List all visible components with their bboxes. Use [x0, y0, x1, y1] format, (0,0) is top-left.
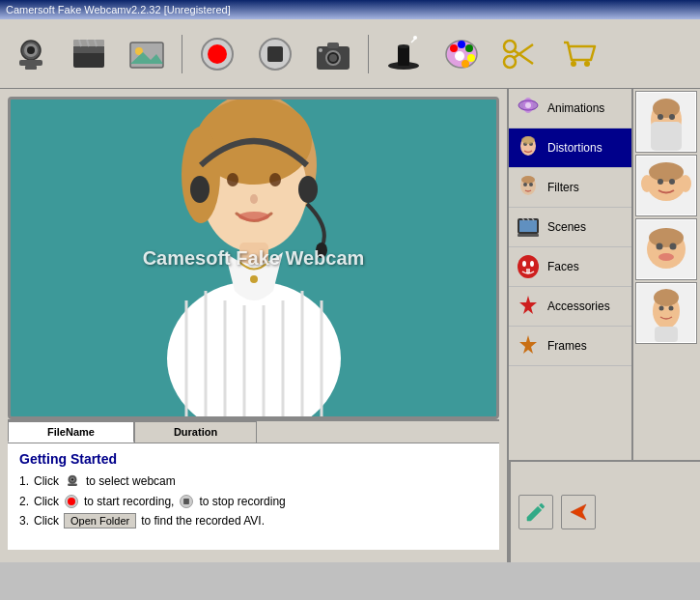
svg-rect-92 [526, 269, 530, 273]
svg-point-47 [250, 194, 258, 204]
svg-point-117 [659, 306, 664, 311]
effect-item-animations[interactable]: Animations [509, 89, 631, 129]
effect-item-scenes[interactable]: Scenes [509, 208, 631, 247]
scissors-btn[interactable] [494, 29, 545, 79]
webcam-btn[interactable] [6, 29, 56, 79]
effect-item-frames[interactable]: Frames [509, 327, 631, 366]
open-folder-btn[interactable]: Open Folder [64, 513, 136, 529]
svg-point-106 [658, 179, 663, 185]
svg-point-44 [182, 127, 220, 223]
svg-rect-3 [19, 60, 42, 66]
image-btn[interactable] [122, 29, 172, 79]
stop-mini-icon [179, 494, 194, 509]
effect-item-filters[interactable]: Filters [509, 168, 631, 208]
video-btn[interactable] [64, 29, 114, 79]
svg-point-46 [269, 173, 281, 186]
svg-point-107 [669, 179, 675, 185]
step3-text: to find the recorded AVI. [141, 514, 265, 528]
svg-point-48 [238, 212, 269, 221]
scenes-icon [515, 214, 542, 241]
step3-number: 3. [19, 514, 29, 528]
thumbnails-panel [632, 89, 700, 460]
svg-point-68 [68, 498, 75, 505]
step2-text2: to stop recording [199, 495, 285, 508]
snapshot-btn[interactable] [308, 29, 358, 79]
effects-list: Animations Distortions [509, 89, 632, 460]
svg-rect-119 [655, 327, 678, 342]
svg-rect-4 [25, 66, 37, 70]
svg-point-110 [649, 228, 684, 247]
filters-label: Filters [547, 181, 579, 194]
svg-marker-94 [519, 335, 537, 354]
step2-click: Click [34, 495, 59, 508]
svg-point-111 [657, 243, 663, 250]
svg-rect-11 [130, 43, 163, 68]
svg-point-89 [518, 255, 539, 278]
cart-btn[interactable] [552, 29, 602, 79]
record-btn[interactable] [192, 29, 242, 79]
thumbnail-4[interactable] [635, 282, 697, 344]
svg-point-59 [190, 176, 210, 203]
svg-point-32 [467, 54, 475, 62]
step1-text: to select webcam [86, 474, 176, 488]
step-3: 3. Click Open Folder to find the recorde… [19, 513, 488, 529]
svg-point-50 [167, 281, 341, 416]
magic-btn[interactable] [378, 29, 429, 79]
effect-item-distortions[interactable]: Distortions [509, 129, 631, 168]
animations-icon [515, 95, 542, 122]
stop-btn[interactable] [250, 29, 300, 79]
tab-filename[interactable]: FileName [8, 421, 134, 443]
accessories-icon [515, 293, 542, 320]
svg-point-73 [525, 102, 531, 108]
svg-rect-66 [68, 483, 77, 485]
svg-point-2 [27, 46, 35, 54]
svg-point-105 [649, 162, 684, 182]
svg-point-80 [521, 176, 535, 184]
svg-point-21 [329, 54, 337, 62]
svg-rect-10 [73, 40, 104, 46]
step-1: 1. Click to select webcam [19, 472, 488, 490]
thumbnail-3[interactable] [635, 218, 697, 280]
svg-point-62 [250, 275, 258, 283]
effect-item-accessories[interactable]: Accessories [509, 287, 631, 327]
svg-point-34 [455, 51, 464, 61]
scenes-label: Scenes [547, 220, 586, 234]
effect-item-faces[interactable]: Faces [509, 247, 631, 287]
separator-2 [368, 35, 369, 73]
thumbnail-1[interactable] [635, 91, 697, 153]
svg-point-29 [450, 44, 458, 52]
edit-btn[interactable] [518, 495, 553, 529]
svg-point-91 [530, 261, 534, 267]
svg-rect-6 [73, 46, 104, 53]
svg-point-82 [529, 183, 533, 186]
palette-btn[interactable] [436, 29, 487, 79]
bottom-panel: FileName Duration Getting Started 1. Cli… [8, 419, 499, 555]
arrow-btn[interactable] [561, 495, 596, 529]
tab-duration[interactable]: Duration [134, 421, 257, 443]
accessories-label: Accessories [547, 300, 610, 313]
svg-point-30 [458, 41, 465, 48]
step3-click: Click [34, 514, 59, 528]
step2-text1: to start recording, [84, 495, 174, 508]
svg-point-27 [413, 36, 417, 40]
svg-point-118 [669, 306, 674, 311]
svg-marker-120 [571, 504, 586, 520]
step1-click: Click [34, 474, 59, 488]
faces-icon [515, 253, 542, 280]
svg-point-40 [584, 61, 590, 67]
step1-number: 1. [19, 474, 29, 488]
right-panel: Animations Distortions [507, 89, 700, 562]
svg-point-39 [571, 61, 576, 67]
svg-point-90 [522, 261, 526, 267]
svg-rect-17 [267, 46, 283, 62]
left-panel: Camesoft Fake Webcam FileName Duration G… [0, 89, 507, 562]
svg-point-31 [465, 44, 473, 52]
svg-point-45 [227, 173, 238, 186]
svg-rect-70 [183, 499, 189, 504]
svg-marker-93 [519, 296, 537, 314]
video-frame: Camesoft Fake Webcam [8, 97, 499, 419]
thumbnail-2[interactable] [635, 155, 697, 216]
distortions-label: Distortions [547, 141, 602, 155]
frames-icon [515, 332, 542, 359]
frames-label: Frames [547, 339, 587, 353]
